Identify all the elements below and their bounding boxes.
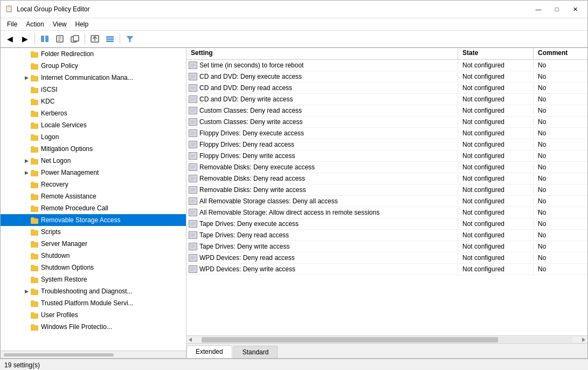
cell-setting: CD and DVD: Deny write access bbox=[186, 95, 458, 104]
table-row[interactable]: Tape Drives: Deny write accessNot config… bbox=[186, 241, 587, 252]
cell-state: Not configured bbox=[458, 220, 534, 228]
table-row[interactable]: Tape Drives: Deny execute accessNot conf… bbox=[186, 218, 587, 230]
export-button[interactable] bbox=[88, 32, 102, 45]
table-row[interactable]: Removable Disks: Deny read accessNot con… bbox=[186, 173, 587, 184]
window-title: Local Group Policy Editor bbox=[17, 5, 89, 13]
svg-rect-14 bbox=[4, 353, 114, 357]
tree-item[interactable]: Mitigation Options bbox=[1, 143, 186, 155]
table-row[interactable]: Floppy Drives: Deny execute accessNot co… bbox=[186, 128, 587, 139]
tree-item-label: Recovery bbox=[41, 181, 68, 188]
tree-item[interactable]: Kerberos bbox=[1, 107, 186, 119]
filter-button[interactable] bbox=[123, 32, 137, 45]
tree-item[interactable]: Recovery bbox=[1, 179, 186, 190]
tree-expand-icon bbox=[22, 85, 31, 94]
horizontal-scrollbar[interactable] bbox=[186, 335, 587, 343]
col-header-comment[interactable]: Comment bbox=[534, 48, 587, 59]
properties-button2[interactable] bbox=[53, 32, 67, 45]
table-row[interactable]: Floppy Drives: Deny write accessNot conf… bbox=[186, 150, 587, 162]
view-options-button[interactable] bbox=[103, 32, 117, 45]
tree-item[interactable]: iSCSI bbox=[1, 84, 186, 95]
setting-icon bbox=[189, 163, 197, 171]
status-text: 19 setting(s) bbox=[4, 361, 40, 369]
tree-container[interactable]: Folder RedirectionGroup Policy▶Internet … bbox=[1, 48, 186, 351]
tree-expand-icon bbox=[22, 216, 31, 224]
menu-file[interactable]: File bbox=[3, 19, 22, 29]
tab-standard[interactable]: Standard bbox=[233, 346, 278, 358]
tree-expand-icon[interactable]: ▶ bbox=[22, 287, 31, 296]
tree-item[interactable]: ▶Internet Communication Mana... bbox=[1, 72, 186, 84]
folder-icon bbox=[31, 323, 39, 331]
tree-item[interactable]: KDC bbox=[1, 95, 186, 107]
table-row[interactable]: Custom Classes: Deny write accessNot con… bbox=[186, 117, 587, 128]
table-row[interactable]: Removable Disks: Deny execute accessNot … bbox=[186, 162, 587, 173]
cell-setting: WPD Devices: Deny read access bbox=[186, 253, 458, 262]
maximize-button[interactable]: □ bbox=[549, 4, 565, 15]
col-header-state[interactable]: State bbox=[458, 48, 534, 59]
minimize-button[interactable]: — bbox=[530, 4, 547, 15]
table-row[interactable]: CD and DVD: Deny write accessNot configu… bbox=[186, 94, 587, 105]
menu-view[interactable]: View bbox=[49, 19, 71, 29]
tree-item[interactable]: Group Policy bbox=[1, 60, 186, 72]
tree-item-label: Locale Services bbox=[41, 121, 87, 129]
tree-item[interactable]: Shutdown bbox=[1, 250, 186, 262]
table-row[interactable]: Removable Disks: Deny write accessNot co… bbox=[186, 184, 587, 196]
tree-expand-icon[interactable]: ▶ bbox=[22, 156, 31, 165]
menu-action[interactable]: Action bbox=[22, 19, 48, 29]
table-row[interactable]: Floppy Drives: Deny read accessNot confi… bbox=[186, 139, 587, 150]
tree-horizontal-scrollbar[interactable] bbox=[1, 351, 186, 358]
svg-rect-7 bbox=[73, 36, 79, 41]
table-row[interactable]: CD and DVD: Deny execute accessNot confi… bbox=[186, 71, 587, 83]
tree-item[interactable]: Folder Redirection bbox=[1, 48, 186, 60]
tree-item[interactable]: ▶Net Logon bbox=[1, 155, 186, 167]
table-row[interactable]: Tape Drives: Deny read accessNot configu… bbox=[186, 230, 587, 241]
menu-help[interactable]: Help bbox=[71, 19, 93, 29]
cell-state: Not configured bbox=[458, 129, 534, 138]
cell-state: Not configured bbox=[458, 140, 534, 149]
tree-item[interactable]: ▶Power Management bbox=[1, 167, 186, 179]
scrollbar-track[interactable] bbox=[202, 337, 572, 342]
tree-item[interactable]: Trusted Platform Module Servi... bbox=[1, 297, 186, 309]
tree-expand-icon[interactable]: ▶ bbox=[22, 168, 31, 177]
tree-item-label: Power Management bbox=[41, 169, 99, 176]
table-row[interactable]: All Removable Storage classes: Deny all … bbox=[186, 196, 587, 207]
scrollbar-thumb[interactable] bbox=[202, 337, 498, 342]
table-body[interactable]: Set time (in seconds) to force rebootNot… bbox=[186, 60, 587, 335]
show-hide-button[interactable] bbox=[38, 32, 52, 45]
svg-marker-91 bbox=[189, 338, 192, 342]
folder-icon bbox=[31, 204, 39, 212]
col-header-setting[interactable]: Setting bbox=[186, 48, 458, 59]
table-row[interactable]: WPD Devices: Deny write accessNot config… bbox=[186, 264, 587, 275]
tree-expand-icon[interactable]: ▶ bbox=[22, 73, 31, 82]
tab-extended[interactable]: Extended bbox=[186, 345, 232, 358]
setting-label: CD and DVD: Deny execute access bbox=[199, 73, 302, 80]
table-row[interactable]: All Removable Storage: Allow direct acce… bbox=[186, 207, 587, 218]
table-row[interactable]: Custom Classes: Deny read accessNot conf… bbox=[186, 105, 587, 117]
tree-item[interactable]: Remote Assistance bbox=[1, 190, 186, 202]
tree-item-label: Group Policy bbox=[41, 62, 78, 70]
tree-item[interactable]: Windows File Protectio... bbox=[1, 321, 186, 333]
setting-icon bbox=[189, 265, 197, 273]
main-content: Folder RedirectionGroup Policy▶Internet … bbox=[0, 48, 588, 359]
forward-button[interactable]: ▶ bbox=[18, 32, 32, 45]
folder-icon bbox=[31, 121, 39, 129]
tree-item[interactable]: Locale Services bbox=[1, 119, 186, 131]
new-window-button[interactable] bbox=[68, 32, 82, 45]
svg-marker-92 bbox=[582, 338, 585, 342]
tree-item[interactable]: Scripts bbox=[1, 226, 186, 238]
table-row[interactable]: CD and DVD: Deny read accessNot configur… bbox=[186, 83, 587, 94]
back-button[interactable]: ◀ bbox=[3, 32, 17, 45]
tree-item[interactable]: Server Manager bbox=[1, 238, 186, 250]
table-row[interactable]: WPD Devices: Deny read accessNot configu… bbox=[186, 252, 587, 264]
tree-item[interactable]: Logon bbox=[1, 131, 186, 143]
tree-item[interactable]: System Restore bbox=[1, 273, 186, 285]
tree-item[interactable]: Shutdown Options bbox=[1, 262, 186, 273]
table-row[interactable]: Set time (in seconds) to force rebootNot… bbox=[186, 60, 587, 71]
close-button[interactable]: ✕ bbox=[567, 4, 583, 15]
setting-label: Tape Drives: Deny write access bbox=[199, 243, 289, 250]
tree-item-label: Server Manager bbox=[41, 240, 87, 248]
tree-item[interactable]: User Profiles bbox=[1, 309, 186, 321]
tree-item[interactable]: Remote Procedure Call bbox=[1, 202, 186, 214]
tree-item[interactable]: Removable Storage Access bbox=[1, 214, 186, 226]
folder-icon bbox=[31, 50, 39, 58]
tree-item[interactable]: ▶Troubleshooting and Diagnost... bbox=[1, 285, 186, 297]
